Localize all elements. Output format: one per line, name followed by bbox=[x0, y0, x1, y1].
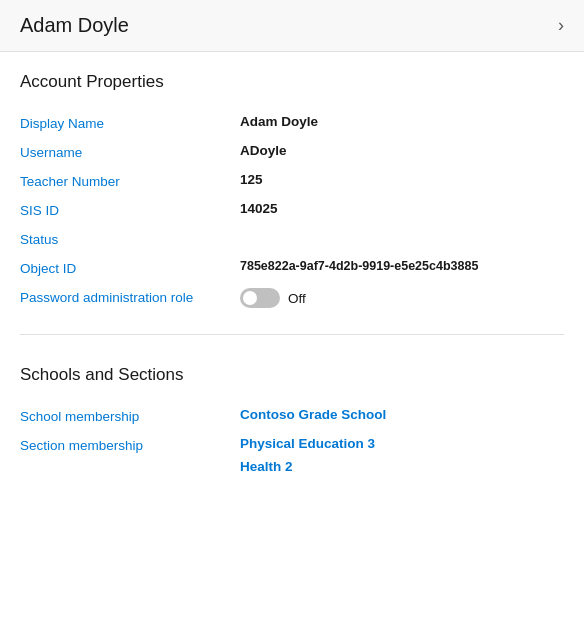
school-membership-row: School membership Contoso Grade School bbox=[20, 401, 564, 430]
status-row: Status bbox=[20, 224, 564, 253]
teacher-number-row: Teacher Number 125 bbox=[20, 166, 564, 195]
schools-and-sections-section: Schools and Sections School membership C… bbox=[0, 345, 584, 490]
schools-sections-heading: Schools and Sections bbox=[20, 365, 564, 385]
section-membership-pe3[interactable]: Physical Education 3 bbox=[240, 436, 375, 451]
object-id-label: Object ID bbox=[20, 259, 240, 276]
page-title: Adam Doyle bbox=[20, 14, 129, 37]
teacher-number-value: 125 bbox=[240, 172, 564, 187]
username-row: Username ADoyle bbox=[20, 137, 564, 166]
toggle-track bbox=[240, 288, 280, 308]
sis-id-label: SIS ID bbox=[20, 201, 240, 218]
username-value: ADoyle bbox=[240, 143, 564, 158]
toggle-off-label: Off bbox=[288, 291, 306, 306]
account-properties-heading: Account Properties bbox=[20, 72, 564, 92]
toggle-thumb bbox=[243, 291, 257, 305]
account-properties-section: Account Properties Display Name Adam Doy… bbox=[0, 52, 584, 324]
sis-id-row: SIS ID 14025 bbox=[20, 195, 564, 224]
status-label: Status bbox=[20, 230, 240, 247]
section-membership-health2[interactable]: Health 2 bbox=[240, 459, 375, 474]
display-name-label: Display Name bbox=[20, 114, 240, 131]
teacher-number-label: Teacher Number bbox=[20, 172, 240, 189]
display-name-row: Display Name Adam Doyle bbox=[20, 108, 564, 137]
object-id-value: 785e822a-9af7-4d2b-9919-e5e25c4b3885 bbox=[240, 259, 564, 273]
username-label: Username bbox=[20, 143, 240, 160]
password-admin-role-row: Password administration role Off bbox=[20, 282, 564, 314]
password-admin-role-label: Password administration role bbox=[20, 288, 240, 305]
section-membership-label: Section membership bbox=[20, 436, 240, 453]
chevron-right-icon[interactable]: › bbox=[558, 15, 564, 36]
section-membership-row: Section membership Physical Education 3 … bbox=[20, 430, 564, 480]
school-membership-label: School membership bbox=[20, 407, 240, 424]
object-id-row: Object ID 785e822a-9af7-4d2b-9919-e5e25c… bbox=[20, 253, 564, 282]
section-membership-values: Physical Education 3 Health 2 bbox=[240, 436, 375, 474]
password-admin-toggle[interactable] bbox=[240, 288, 280, 308]
sis-id-value: 14025 bbox=[240, 201, 564, 216]
password-toggle-container: Off bbox=[240, 288, 306, 308]
display-name-value: Adam Doyle bbox=[240, 114, 564, 129]
section-divider bbox=[20, 334, 564, 335]
header: Adam Doyle › bbox=[0, 0, 584, 52]
school-membership-value[interactable]: Contoso Grade School bbox=[240, 407, 564, 422]
